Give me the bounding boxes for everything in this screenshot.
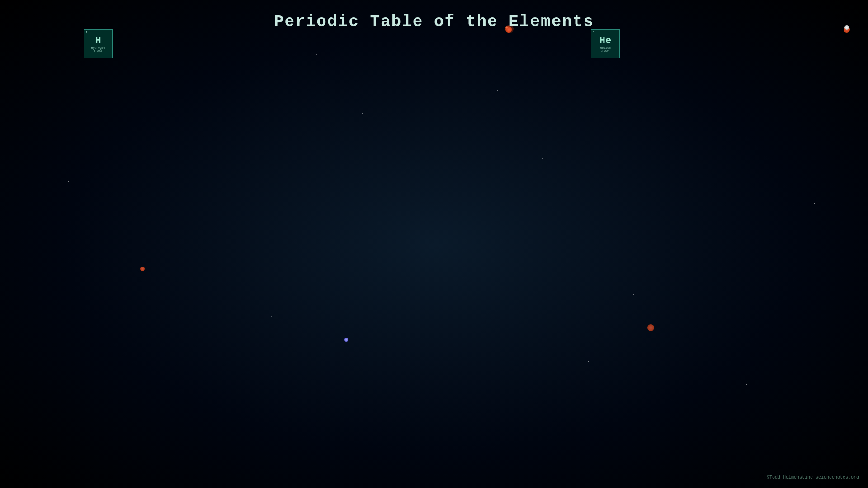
periodic-table: 1HHydrogen1.0082HeHelium4.003 xyxy=(84,29,620,59)
starfield-background xyxy=(0,0,868,488)
empty-cell xyxy=(322,29,351,58)
empty-cell xyxy=(263,29,292,58)
empty-cell xyxy=(472,29,500,58)
empty-cell xyxy=(382,29,411,58)
period-1: 1HHydrogen1.0082HeHelium4.003 xyxy=(84,29,620,58)
empty-cell xyxy=(233,29,262,58)
empty-cell xyxy=(442,29,471,58)
empty-cell xyxy=(173,29,202,58)
page-title: Periodic Table of the Elements xyxy=(274,13,594,31)
empty-cell xyxy=(292,29,321,58)
empty-cell xyxy=(143,29,172,58)
empty-cell xyxy=(352,29,381,58)
empty-cell xyxy=(412,29,441,58)
empty-cell xyxy=(531,29,560,58)
credit-text: ©Todd Helmenstine sciencenotes.org xyxy=(767,475,859,480)
empty-cell xyxy=(501,29,530,58)
empty-cell xyxy=(203,29,232,58)
empty-cell xyxy=(561,29,590,58)
element-cell-H[interactable]: 1HHydrogen1.008 xyxy=(84,29,113,58)
element-cell-He[interactable]: 2HeHelium4.003 xyxy=(591,29,620,58)
empty-cell xyxy=(113,29,142,58)
